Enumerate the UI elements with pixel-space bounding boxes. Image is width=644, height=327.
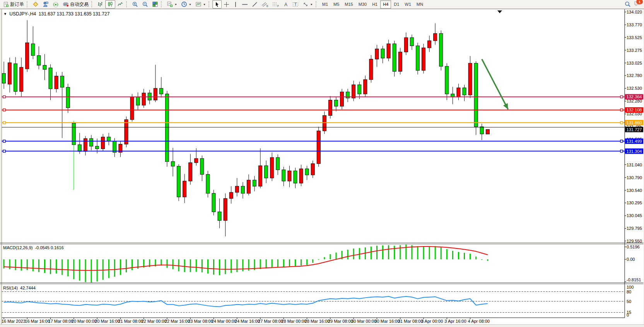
- text-label-icon: T: [292, 2, 299, 7]
- zoom-in-button[interactable]: [130, 0, 140, 9]
- svg-text:131.727: 131.727: [627, 127, 642, 132]
- svg-text:131.860: 131.860: [627, 120, 642, 125]
- tab-timeframe-mn[interactable]: MN: [414, 0, 426, 9]
- equidistant-channel-icon: E: [261, 2, 268, 7]
- zoom-in-icon: [132, 1, 138, 7]
- cursor-tool-button[interactable]: [212, 0, 222, 9]
- candlestick-chart-type-button[interactable]: [105, 0, 115, 9]
- toolbar: 新订单 自动交易 ▼ ▼ ▼: [0, 0, 644, 9]
- macd-header: MACD(12,26,9) -0.0545 0.1616: [3, 245, 64, 250]
- svg-text:A: A: [284, 2, 287, 7]
- chart-canvas[interactable]: 134.020133.770133.525133.275133.025132.7…: [0, 0, 644, 327]
- tab-timeframe-m30[interactable]: M30: [356, 0, 369, 9]
- svg-text:131.499: 131.499: [627, 139, 642, 144]
- periods-button[interactable]: ▼: [179, 0, 193, 9]
- svg-text:133.770: 133.770: [627, 22, 642, 27]
- data-window-button[interactable]: [41, 0, 51, 9]
- rsi-label: RSI(14): [3, 286, 18, 290]
- channel-tool-button[interactable]: E: [260, 0, 270, 9]
- new-order-button[interactable]: 新订单: [1, 0, 26, 9]
- toolbar-grip: [161, 1, 163, 7]
- svg-text:3 Apr 00:00: 3 Apr 00:00: [421, 319, 443, 324]
- search-icon[interactable]: [625, 1, 631, 7]
- arrows-tool-button[interactable]: ▼: [301, 0, 315, 9]
- horizontal-line-icon: [242, 2, 248, 7]
- svg-text:3 Apr 16:00: 3 Apr 16:00: [444, 319, 466, 324]
- timeframe-group: M1M5M15M30H1H4D1W1MN: [319, 0, 426, 9]
- line-chart-icon: [117, 1, 123, 7]
- svg-text:30 Mar 16:00: 30 Mar 16:00: [374, 319, 400, 324]
- svg-text:133.275: 133.275: [627, 48, 642, 53]
- template-icon: [195, 1, 202, 7]
- data-window-icon: [43, 1, 49, 7]
- svg-text:24 Mar 16:00: 24 Mar 16:00: [235, 319, 260, 324]
- svg-text:20 Mar 00:00: 20 Mar 00:00: [72, 319, 97, 324]
- trendline-tool-button[interactable]: [250, 0, 260, 9]
- tab-timeframe-m15[interactable]: M15: [342, 0, 355, 9]
- signal-icon: [53, 1, 59, 7]
- svg-text:100: 100: [627, 285, 634, 289]
- crosshair-icon: [224, 2, 229, 7]
- add-indicator-icon: [167, 1, 173, 7]
- vertical-line-tool-button[interactable]: [231, 0, 240, 9]
- svg-text:29 Mar 08:00: 29 Mar 08:00: [328, 319, 353, 324]
- line-chart-type-button[interactable]: [115, 0, 125, 9]
- market-watch-button[interactable]: [31, 0, 41, 9]
- candlestick-icon: [107, 1, 113, 7]
- macd-values: -0.0545 0.1616: [35, 245, 64, 250]
- svg-text:24 Mar 00:00: 24 Mar 00:00: [212, 319, 237, 324]
- gold-ingot-icon: [32, 1, 39, 7]
- tile-windows-button[interactable]: [150, 0, 160, 9]
- svg-text:134.020: 134.020: [627, 10, 642, 14]
- svg-text:80: 80: [627, 289, 631, 294]
- add-indicator-button[interactable]: ▼: [165, 0, 179, 9]
- svg-text:-0.8151: -0.8151: [627, 277, 641, 282]
- fibonacci-icon: F: [272, 2, 279, 7]
- fibonacci-tool-button[interactable]: F: [270, 0, 281, 9]
- rsi-value: 42.7444: [20, 286, 36, 290]
- zoom-out-icon: [142, 1, 148, 7]
- zoom-out-button[interactable]: [140, 0, 150, 9]
- collapse-triangle-icon[interactable]: ▼: [3, 12, 7, 16]
- macd-label: MACD(12,26,9): [3, 245, 32, 250]
- chevron-down-icon: ▼: [203, 3, 206, 6]
- svg-text:F: F: [277, 5, 279, 7]
- autotrading-icon: [63, 1, 69, 7]
- chevron-down-icon: ▼: [189, 3, 191, 6]
- autotrading-button[interactable]: 自动交易: [61, 0, 91, 9]
- svg-text:130.045: 130.045: [627, 213, 642, 218]
- tab-timeframe-m5[interactable]: M5: [331, 0, 342, 9]
- svg-text:30 Mar 00:00: 30 Mar 00:00: [351, 319, 376, 324]
- navigator-button[interactable]: [51, 0, 61, 9]
- horizontal-line-tool-button[interactable]: [240, 0, 250, 9]
- crosshair-tool-button[interactable]: [222, 0, 231, 9]
- svg-text:130.790: 130.790: [627, 175, 642, 180]
- tile-windows-icon: [152, 1, 158, 7]
- tab-timeframe-h1[interactable]: H1: [369, 0, 380, 9]
- notifications-button[interactable]: 1: [634, 0, 641, 8]
- templates-button[interactable]: ▼: [193, 0, 208, 9]
- tab-timeframe-w1[interactable]: W1: [402, 0, 414, 9]
- notification-badge: 1: [636, 0, 643, 5]
- svg-text:0.5196: 0.5196: [627, 245, 640, 249]
- tab-timeframe-m1[interactable]: M1: [319, 0, 331, 9]
- toolbar-grip: [208, 1, 211, 7]
- svg-text:131.304: 131.304: [627, 149, 642, 154]
- current-price-badge: 131.727: [625, 127, 643, 132]
- symbol-title: USDJPY-,H4: [9, 11, 36, 17]
- time-axis: 16 Mar 202316 Mar 16:0017 Mar 08:0020 Ma…: [2, 318, 490, 324]
- text-tool-button[interactable]: A: [281, 0, 290, 9]
- svg-text:31 Mar 08:00: 31 Mar 08:00: [398, 319, 423, 324]
- toolbar-grip: [316, 1, 318, 7]
- text-label-tool-button[interactable]: T: [290, 0, 301, 9]
- svg-text:21 Mar 08:00: 21 Mar 08:00: [118, 319, 143, 324]
- toolbar-right: 1: [625, 0, 643, 8]
- tab-timeframe-h4[interactable]: H4: [380, 0, 391, 9]
- tab-timeframe-d1[interactable]: D1: [391, 0, 402, 9]
- bar-chart-type-button[interactable]: [95, 0, 105, 9]
- svg-text:27 Mar 08:00: 27 Mar 08:00: [258, 319, 283, 324]
- toolbar-grip: [27, 1, 29, 7]
- svg-text:131.040: 131.040: [627, 163, 642, 167]
- new-order-icon: [3, 2, 9, 7]
- svg-text:16 Mar 2023: 16 Mar 2023: [2, 319, 26, 324]
